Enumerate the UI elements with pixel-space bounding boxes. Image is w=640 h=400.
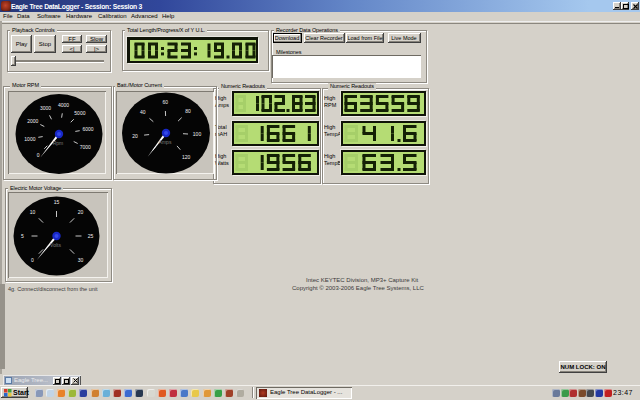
svg-text:2000: 2000 (27, 118, 38, 124)
svg-text:1000: 1000 (24, 136, 35, 142)
svg-text:0: 0 (37, 152, 40, 158)
svg-text:6000: 6000 (83, 126, 94, 132)
svg-text:25: 25 (88, 233, 94, 239)
svg-text:100: 100 (193, 131, 202, 137)
svg-text:40: 40 (140, 109, 146, 115)
svg-text:20: 20 (132, 133, 138, 139)
svg-text:0: 0 (31, 257, 34, 263)
svg-text:20: 20 (78, 209, 84, 215)
svg-text:60: 60 (162, 99, 168, 105)
svg-text:30: 30 (78, 257, 84, 263)
svg-text:Rpm: Rpm (53, 140, 64, 146)
svg-text:Amps: Amps (159, 139, 172, 145)
svg-text:Volts: Volts (50, 242, 61, 248)
svg-text:3000: 3000 (40, 105, 51, 111)
svg-text:5000: 5000 (74, 110, 85, 116)
svg-text:5: 5 (21, 233, 24, 239)
svg-text:10: 10 (30, 209, 36, 215)
svg-text:120: 120 (182, 154, 191, 160)
svg-text:4000: 4000 (58, 102, 69, 108)
svg-text:7000: 7000 (80, 144, 91, 150)
svg-text:15: 15 (54, 199, 60, 205)
svg-text:80: 80 (185, 108, 191, 114)
